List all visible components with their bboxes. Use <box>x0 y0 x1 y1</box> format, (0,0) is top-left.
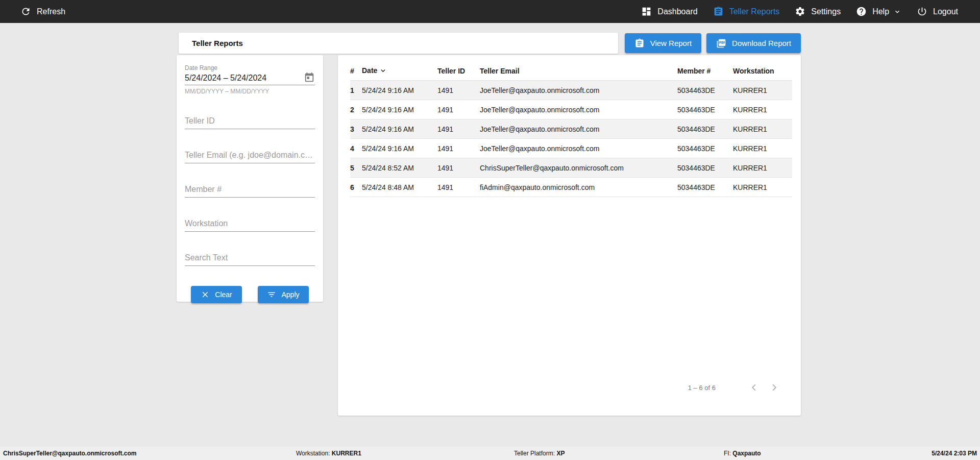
cell-teller_id: 1491 <box>437 81 480 100</box>
close-icon <box>201 290 210 299</box>
refresh-button[interactable]: Refresh <box>20 6 65 17</box>
cell-teller_id: 1491 <box>437 100 480 119</box>
date-format-hint: MM/DD/YYYY – MM/DD/YYYY <box>185 88 315 95</box>
cell-workstation: KURRER1 <box>733 158 792 178</box>
filter-buttons: Clear Apply <box>185 286 315 303</box>
nav-help-label: Help <box>872 7 889 16</box>
date-range-input[interactable] <box>185 71 304 84</box>
member-number-field <box>185 184 315 198</box>
top-navbar: Refresh Dashboard Teller Reports Setting… <box>0 0 980 23</box>
table-row[interactable]: 55/24/24 8:52 AM1491ChrisSuperTeller@qax… <box>350 158 792 178</box>
col-header-member[interactable]: Member # <box>677 63 733 81</box>
cell-teller_email: JoeTeller@qaxpauto.onmicrosoft.com <box>480 139 677 158</box>
col-header-teller-email[interactable]: Teller Email <box>480 63 677 81</box>
calendar-toggle-button[interactable] <box>304 72 315 83</box>
chevron-left-icon <box>747 381 761 394</box>
table-row[interactable]: 25/24/24 9:16 AM1491JoeTeller@qaxpauto.o… <box>350 100 792 119</box>
cell-teller_id: 1491 <box>437 119 480 139</box>
table-header-row: # Date Teller ID Teller Email Member # W… <box>350 63 792 81</box>
footer-user-email: ChrisSuperTeller@qaxpauto.onmicrosoft.co… <box>3 450 137 457</box>
teller-email-field <box>185 150 315 163</box>
apply-label: Apply <box>281 290 299 299</box>
cell-teller_email: fiAdmin@qaxpauto.onmicrosoft.com <box>480 178 677 197</box>
footer-datetime: 5/24/24 2:03 PM <box>932 450 977 457</box>
cell-member: 5034463DE <box>677 81 733 100</box>
footer-platform-value: XP <box>556 450 565 457</box>
table-row[interactable]: 15/24/24 9:16 AM1491JoeTeller@qaxpauto.o… <box>350 81 792 100</box>
nav-teller-reports[interactable]: Teller Reports <box>713 6 780 17</box>
report-table-card: # Date Teller ID Teller Email Member # W… <box>338 55 801 416</box>
page-title: Teller Reports <box>192 39 243 47</box>
col-header-workstation[interactable]: Workstation <box>733 63 792 81</box>
refresh-label: Refresh <box>37 7 65 16</box>
cell-num: 1 <box>350 81 362 100</box>
nav-settings[interactable]: Settings <box>795 6 841 17</box>
cell-workstation: KURRER1 <box>733 81 792 100</box>
nav-dashboard[interactable]: Dashboard <box>641 6 697 17</box>
clear-label: Clear <box>215 290 232 299</box>
footer-workstation-label: Workstation: <box>296 450 330 457</box>
search-text-input[interactable] <box>185 252 315 265</box>
table-row[interactable]: 45/24/24 9:16 AM1491JoeTeller@qaxpauto.o… <box>350 139 792 158</box>
cell-num: 3 <box>350 119 362 139</box>
pagination: 1 – 6 of 6 <box>688 381 781 394</box>
footer-workstation-value: KURRER1 <box>332 450 361 457</box>
clipboard-icon <box>713 6 724 17</box>
col-header-teller-id[interactable]: Teller ID <box>437 63 480 81</box>
calendar-icon <box>304 72 315 83</box>
download-report-label: Download Report <box>732 39 791 47</box>
filter-panel: Date Range MM/DD/YYYY – MM/DD/YYYY <box>177 55 323 302</box>
cell-workstation: KURRER1 <box>733 139 792 158</box>
date-range-field: Date Range MM/DD/YYYY – MM/DD/YYYY <box>185 64 315 95</box>
footer-workstation: Workstation: KURRER1 <box>296 450 361 457</box>
cell-date: 5/24/24 9:16 AM <box>362 119 437 139</box>
clear-button[interactable]: Clear <box>191 286 242 303</box>
member-number-input[interactable] <box>185 184 315 197</box>
cell-teller_email: JoeTeller@qaxpauto.onmicrosoft.com <box>480 119 677 139</box>
cell-date: 5/24/24 8:48 AM <box>362 178 437 197</box>
col-header-num: # <box>350 63 362 81</box>
cell-date: 5/24/24 9:16 AM <box>362 139 437 158</box>
cell-teller_email: ChrisSuperTeller@qaxpauto.onmicrosoft.co… <box>480 158 677 178</box>
teller-email-input[interactable] <box>185 150 315 163</box>
nav-help[interactable]: Help <box>856 6 901 17</box>
page-title-card: Teller Reports <box>179 33 618 54</box>
cell-date: 5/24/24 9:16 AM <box>362 100 437 119</box>
footer-platform-label: Teller Platform: <box>514 450 555 457</box>
view-report-button[interactable]: View Report <box>625 33 701 53</box>
pagination-next-button[interactable] <box>768 381 781 394</box>
pdf-icon <box>716 38 726 49</box>
cell-date: 5/24/24 9:16 AM <box>362 81 437 100</box>
pagination-prev-button[interactable] <box>747 381 761 394</box>
nav-logout[interactable]: Logout <box>917 6 958 17</box>
report-table: # Date Teller ID Teller Email Member # W… <box>350 63 792 197</box>
sort-desc-icon <box>379 66 387 75</box>
cell-num: 6 <box>350 178 362 197</box>
refresh-icon <box>20 6 31 17</box>
cell-teller_id: 1491 <box>437 158 480 178</box>
download-report-button[interactable]: Download Report <box>706 33 801 53</box>
cell-member: 5034463DE <box>677 100 733 119</box>
teller-id-input[interactable] <box>185 115 315 129</box>
status-bar: ChrisSuperTeller@qaxpauto.onmicrosoft.co… <box>0 447 980 460</box>
teller-id-field <box>185 115 315 129</box>
nav-dashboard-label: Dashboard <box>657 7 697 16</box>
cell-member: 5034463DE <box>677 158 733 178</box>
chevron-right-icon <box>768 381 781 394</box>
footer-fi-value: Qaxpauto <box>732 450 761 457</box>
footer-fi: FI: Qaxpauto <box>724 450 761 457</box>
search-text-field <box>185 252 315 266</box>
cell-date: 5/24/24 8:52 AM <box>362 158 437 178</box>
cell-workstation: KURRER1 <box>733 100 792 119</box>
col-header-date[interactable]: Date <box>362 63 437 81</box>
content-row: Date Range MM/DD/YYYY – MM/DD/YYYY <box>177 55 801 416</box>
workstation-input[interactable] <box>185 218 315 231</box>
table-body: 15/24/24 9:16 AM1491JoeTeller@qaxpauto.o… <box>350 81 792 197</box>
gear-icon <box>795 6 805 17</box>
table-row[interactable]: 35/24/24 9:16 AM1491JoeTeller@qaxpauto.o… <box>350 119 792 139</box>
date-range-label: Date Range <box>185 64 315 71</box>
table-row[interactable]: 65/24/24 8:48 AM1491fiAdmin@qaxpauto.onm… <box>350 178 792 197</box>
filter-icon <box>267 290 276 299</box>
apply-button[interactable]: Apply <box>258 286 309 303</box>
pagination-range: 1 – 6 of 6 <box>688 384 716 392</box>
